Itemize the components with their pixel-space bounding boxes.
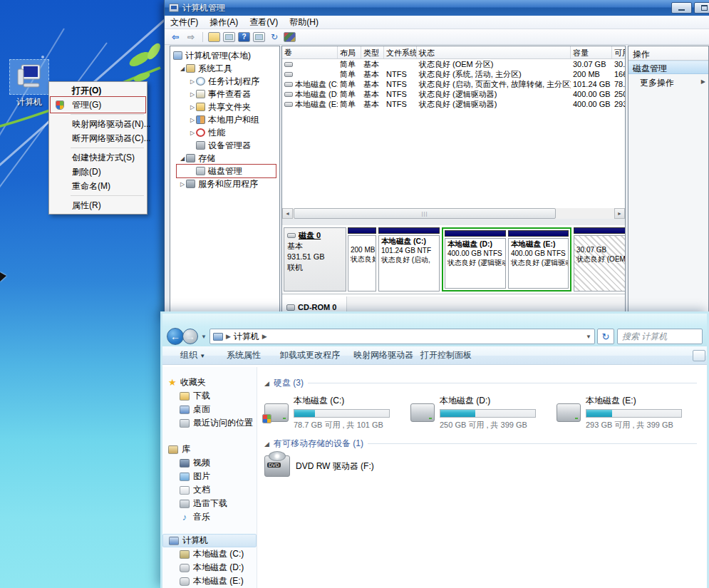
nav-computer[interactable]: 计算机 [162, 534, 257, 547]
nav-favorites[interactable]: ★ 收藏夹 [162, 376, 257, 389]
col-capacity[interactable]: 容量 [571, 46, 612, 58]
minimize-button[interactable] [671, 2, 692, 14]
menu-view[interactable]: 查看(V) [249, 16, 278, 29]
nav-desktop[interactable]: 桌面 [162, 403, 257, 416]
collapsed-arrow-icon[interactable]: ▷ [189, 130, 196, 136]
refresh-button[interactable]: ↻ [597, 329, 614, 344]
partition-oem[interactable]: 30.07 GB状态良好 (OEM [574, 227, 626, 292]
volume-row[interactable]: 本地磁盘 (E:) 简单基本 NTFS状态良好 (逻辑驱动器) 400.00 G… [282, 99, 626, 109]
tree-item-performance[interactable]: ▷ 性能 [170, 126, 279, 139]
refresh-icon[interactable]: ↻ [268, 31, 281, 43]
map-network-drive-button[interactable]: 映射网络驱动器 [353, 349, 413, 361]
tree-item-local-users-groups[interactable]: ▷ 本地用户和组 [170, 113, 279, 126]
mgmt-title-bar[interactable]: 计算机管理 [165, 0, 709, 16]
system-properties-button[interactable]: 系统属性 [227, 349, 261, 361]
scroll-right-icon[interactable]: ► [614, 208, 625, 219]
desktop-computer-icon[interactable]: 计算机 [9, 59, 50, 110]
tree-item-device-manager[interactable]: 设备管理器 [170, 139, 279, 152]
tree-item-shared-folders[interactable]: ▷ 共享文件夹 [170, 100, 279, 113]
forward-icon[interactable]: ⇨ [185, 31, 197, 43]
organize-button[interactable]: 组织 ▼ [180, 349, 205, 361]
partition-d[interactable]: 本地磁盘 (D:)400.00 GB NTFS状态良好 (逻辑驱动 [445, 230, 506, 289]
partition-system-reserved[interactable]: 200 MB状态良好 ( [348, 227, 376, 292]
open-control-panel-button[interactable]: 打开控制面板 [420, 349, 472, 361]
volume-row[interactable]: 本地磁盘 (C:) 简单基本 NTFS状态良好 (启动, 页面文件, 故障转储,… [282, 79, 626, 89]
horizontal-scrollbar[interactable]: ◄ ||| ► [282, 208, 625, 219]
menu-item-rename[interactable]: 重命名(M) [51, 179, 145, 193]
collapsed-arrow-icon[interactable]: ▷ [189, 78, 196, 85]
col-filesystem[interactable]: 文件系统 [384, 46, 417, 58]
breadcrumb-segment-computer[interactable]: 计算机 [234, 331, 259, 343]
col-status[interactable]: 状态 [417, 46, 571, 58]
volume-row[interactable]: 简单基本 状态良好 (OEM 分区) 30.07 GB30.07 G [282, 59, 626, 69]
tree-item-storage[interactable]: ◢ 存储 [170, 152, 279, 165]
show-action-pane-icon[interactable] [253, 32, 265, 42]
drive-tile-c[interactable]: 本地磁盘 (C:) 78.7 GB 可用 , 共 101 GB [264, 395, 410, 430]
disk0-info-box[interactable]: 磁盘 0 基本 931.51 GB 联机 [284, 227, 346, 292]
nav-history-dropdown-icon[interactable]: ▼ [201, 334, 207, 340]
actions-more[interactable]: 更多操作 ▶ [628, 74, 708, 90]
tree-item-task-scheduler[interactable]: ▷ 任务计划程序 [170, 75, 279, 88]
group-collapse-icon[interactable]: ◢ [264, 440, 269, 448]
col-free-space[interactable]: 可用空间 [612, 46, 626, 58]
menu-item-disconnect-network-drive[interactable]: 断开网络驱动器(C)... [51, 131, 145, 145]
uninstall-programs-button[interactable]: 卸载或更改程序 [280, 349, 340, 361]
collapsed-arrow-icon[interactable]: ▷ [179, 181, 186, 187]
back-button[interactable]: ← [167, 328, 184, 345]
dvd-drive-tile[interactable]: DVD DVD RW 驱动器 (F:) [264, 455, 707, 477]
menu-item-open[interactable]: 打开(O) [51, 83, 145, 98]
tree-item-event-viewer[interactable]: ▷ 事件查看器 [170, 88, 279, 100]
volume-row[interactable]: 简单基本 NTFS状态良好 (系统, 活动, 主分区) 200 MB166 MB [282, 69, 626, 79]
tree-item-disk-management[interactable]: 磁盘管理 [170, 165, 279, 177]
nav-music[interactable]: ♪ 音乐 [162, 510, 257, 524]
nav-libraries[interactable]: 库 [162, 443, 257, 456]
address-bar[interactable]: ▶ 计算机 ▶ ▼ [209, 329, 595, 344]
menu-action[interactable]: 操作(A) [209, 16, 238, 29]
address-dropdown-icon[interactable]: ▼ [586, 334, 591, 340]
actions-disk-management[interactable]: 磁盘管理 [628, 61, 708, 74]
search-box[interactable] [617, 329, 703, 344]
back-icon[interactable]: ⇦ [169, 31, 182, 43]
collapsed-arrow-icon[interactable]: ▷ [189, 117, 196, 123]
collapsed-arrow-icon[interactable]: ▷ [189, 91, 196, 98]
col-type[interactable]: 类型 [361, 46, 384, 58]
nav-local-disk-d[interactable]: 本地磁盘 (D:) [162, 561, 257, 574]
partition-e[interactable]: 本地磁盘 (E:)400.00 GB NTFS状态良好 (逻辑驱动 [508, 230, 569, 289]
change-view-icon[interactable] [693, 350, 705, 361]
console-window-icon[interactable] [223, 32, 235, 42]
menu-help[interactable]: 帮助(H) [289, 16, 319, 29]
nav-videos[interactable]: 视频 [162, 456, 257, 470]
scroll-left-icon[interactable]: ◄ [282, 208, 293, 219]
nav-local-disk-c[interactable]: 本地磁盘 (C:) [162, 547, 257, 561]
nav-downloads[interactable]: 下载 [162, 389, 257, 403]
maximize-button[interactable] [694, 2, 709, 14]
menu-item-create-shortcut[interactable]: 创建快捷方式(S) [51, 150, 145, 165]
collapsed-arrow-icon[interactable]: ▷ [189, 104, 196, 110]
show-console-tree-icon[interactable] [208, 32, 220, 42]
menu-item-map-network-drive[interactable]: 映射网络驱动器(N)... [51, 117, 145, 131]
menu-item-delete[interactable]: 删除(D) [51, 165, 145, 179]
drive-tile-e[interactable]: 本地磁盘 (E:) 293 GB 可用 , 共 399 GB [557, 395, 703, 430]
explorer-title-bar[interactable] [162, 314, 707, 326]
tree-item-system-tools[interactable]: ◢ 系统工具 [170, 62, 279, 75]
help-icon[interactable]: ? [238, 32, 250, 42]
menu-file[interactable]: 文件(F) [170, 16, 198, 29]
expanded-arrow-icon[interactable]: ◢ [179, 155, 186, 162]
volume-row[interactable]: 本地磁盘 (D:) 简单基本 NTFS状态良好 (逻辑驱动器) 400.00 G… [282, 89, 626, 99]
group-collapse-icon[interactable]: ◢ [264, 380, 269, 387]
col-volume[interactable]: 卷 [282, 46, 338, 58]
nav-documents[interactable]: 文档 [162, 483, 257, 497]
drive-tile-d[interactable]: 本地磁盘 (D:) 250 GB 可用 , 共 399 GB [410, 395, 557, 430]
scroll-thumb[interactable]: ||| [294, 208, 556, 219]
pane-splitter[interactable] [282, 219, 625, 225]
search-input[interactable] [618, 329, 702, 344]
tree-item-computer-management[interactable]: 计算机管理(本地) [170, 49, 279, 62]
menu-item-properties[interactable]: 属性(R) [51, 198, 145, 212]
group-header-hard-disks[interactable]: ◢ 硬盘 (3) [264, 377, 707, 389]
nav-pictures[interactable]: 图片 [162, 470, 257, 483]
col-layout[interactable]: 布局 [338, 46, 361, 58]
menu-item-manage[interactable]: 管理(G) [51, 98, 145, 112]
partition-c[interactable]: 本地磁盘 (C:)101.24 GB NTF状态良好 (启动, [378, 227, 440, 292]
nav-thunder-downloads[interactable]: 迅雷下载 [162, 497, 257, 510]
nav-local-disk-e[interactable]: 本地磁盘 (E:) [162, 574, 257, 588]
